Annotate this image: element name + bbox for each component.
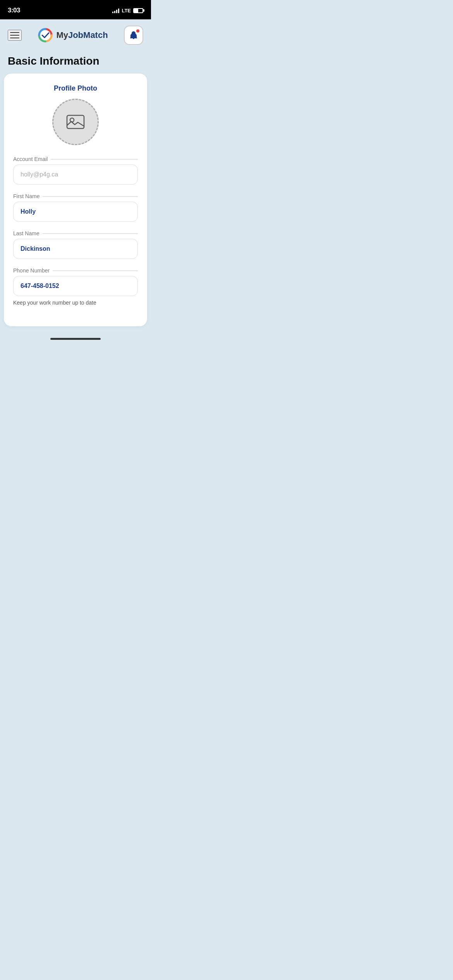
- hamburger-line-2: [10, 35, 19, 36]
- status-time: 3:03: [8, 7, 20, 14]
- phone-label: Phone Number: [13, 267, 138, 274]
- profile-photo-section: Profile Photo: [13, 84, 138, 145]
- logo-my: My: [56, 30, 68, 40]
- phone-field-group: Phone Number Keep your work number up to…: [13, 267, 138, 307]
- signal-bars-icon: [112, 8, 119, 13]
- home-indicator: [0, 334, 151, 348]
- profile-photo-upload[interactable]: [52, 99, 99, 145]
- hamburger-line-1: [10, 32, 19, 33]
- email-label-line: [51, 159, 138, 159]
- phone-label-line: [53, 271, 138, 271]
- phone-hint: Keep your work number up to date: [13, 299, 138, 307]
- image-placeholder-icon: [66, 115, 85, 129]
- logo-icon: [38, 27, 53, 43]
- first-name-input[interactable]: [13, 202, 138, 222]
- first-name-label: First Name: [13, 193, 138, 199]
- logo-text: MyJobMatch: [56, 30, 108, 40]
- last-name-label: Last Name: [13, 230, 138, 236]
- phone-input[interactable]: [13, 276, 138, 296]
- email-input[interactable]: [13, 164, 138, 185]
- last-name-input[interactable]: [13, 239, 138, 259]
- profile-photo-label: Profile Photo: [54, 84, 97, 93]
- svg-point-3: [70, 118, 74, 122]
- notification-dot: [136, 29, 139, 33]
- nav-bar: MyJobMatch: [0, 19, 151, 51]
- hamburger-menu-button[interactable]: [8, 30, 22, 41]
- email-field-group: Account Email: [13, 156, 138, 185]
- logo: MyJobMatch: [38, 27, 108, 43]
- notification-button[interactable]: [124, 26, 143, 45]
- first-name-label-line: [43, 196, 138, 197]
- email-label: Account Email: [13, 156, 138, 162]
- status-bar: 3:03 LTE: [0, 0, 151, 19]
- content-card: Profile Photo Account Email First Name L…: [4, 74, 147, 326]
- status-icons: LTE: [112, 8, 143, 14]
- last-name-label-line: [43, 233, 138, 234]
- battery-icon: [133, 8, 143, 13]
- logo-job-match: JobMatch: [68, 30, 108, 40]
- last-name-field-group: Last Name: [13, 230, 138, 259]
- home-bar: [50, 338, 101, 340]
- page-title: Basic Information: [8, 55, 143, 67]
- hamburger-line-3: [10, 38, 19, 38]
- lte-label: LTE: [122, 8, 131, 14]
- svg-rect-2: [67, 115, 84, 128]
- first-name-field-group: First Name: [13, 193, 138, 222]
- page-title-container: Basic Information: [0, 51, 151, 74]
